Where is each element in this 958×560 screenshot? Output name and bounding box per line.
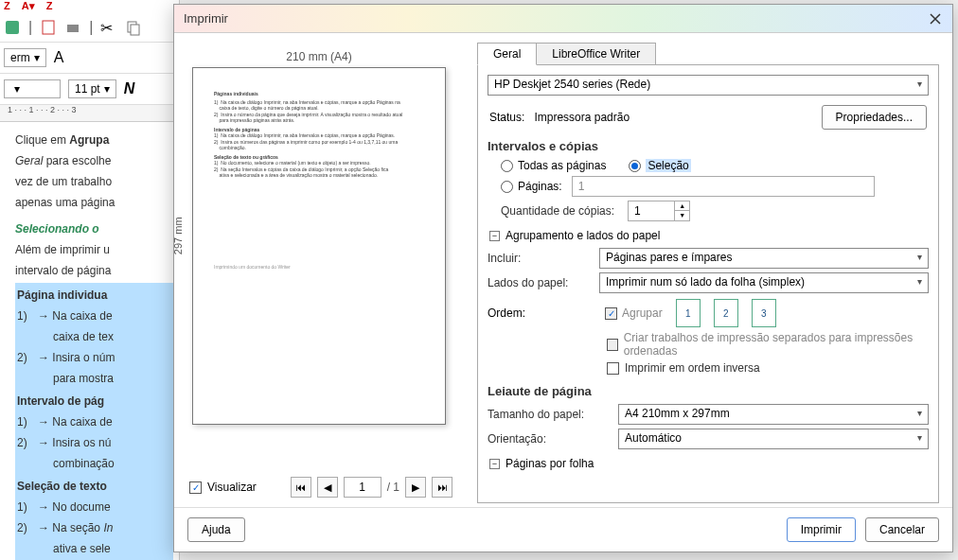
paper-sides-combo[interactable]: Imprimir num só lado da folha (simplex) [599,272,929,293]
paper-size-label: Tamanho do papel: [488,408,611,421]
tab-general[interactable]: Geral [477,43,537,65]
properties-button[interactable]: Propriedades... [822,105,927,130]
font-name-combo[interactable]: ▾ [4,79,61,98]
print-icon[interactable] [64,19,81,36]
radio-icon [501,181,513,193]
sides-label: Lados do papel: [488,276,592,289]
writer-bg-window: ZA▾Z | | ✂ erm▾ A ▾ 11 pt▾ N 1 · · · 1 ·… [0,0,180,560]
toolbar-row-1: | | ✂ [0,13,179,43]
print-dialog: Imprimir 210 mm (A4) 297 mm Páginas indi… [173,4,953,552]
tabs: Geral LibreOffice Writer [477,43,939,65]
preview-width-label: 210 mm (A4) [186,50,452,63]
cancel-button[interactable]: Cancelar [865,517,939,542]
collate-preview-2: 2 [714,299,738,327]
spin-down-icon[interactable]: ▼ [675,211,689,220]
check-icon [189,481,202,494]
svg-rect-0 [6,21,19,34]
document-body: Clique em Agrupa Geral para escolhe vez … [0,122,179,560]
reverse-order-checkbox[interactable]: Imprimir em ordem inversa [607,361,929,375]
order-label: Ordem: [488,306,592,320]
status-value: Impressora padrão [534,111,630,124]
paper-size-combo[interactable]: A4 210mm x 297mm [618,404,929,425]
separate-jobs-checkbox[interactable]: Criar trabalhos de impressão separados p… [607,331,929,358]
prev-page-button[interactable]: ◀ [317,477,338,498]
layout-section-heading: Leiaute de página [488,384,929,398]
check-icon [607,339,618,351]
orientation-combo[interactable]: Automático [618,429,929,449]
tab-writer[interactable]: LibreOffice Writer [536,43,656,65]
include-combo[interactable]: Páginas pares e ímpares [599,248,929,269]
pages-input[interactable] [572,176,875,197]
first-page-button[interactable]: ⏮ [291,477,311,498]
highlight-icon[interactable]: A [54,49,71,66]
tab-panel-general: HP Deskjet 2540 series (Rede) Status: Im… [477,64,939,503]
ruler: 1 · · · 1 · · · 2 · · · 3 [0,105,179,122]
preview-page: Páginas individuais 1) Na caixa de diálo… [192,67,446,425]
settings-pane: Geral LibreOffice Writer HP Deskjet 2540… [464,33,952,507]
printer-combo[interactable]: HP Deskjet 2540 series (Rede) [488,75,929,96]
collapse-icon: − [489,459,500,469]
include-label: Incluir: [488,252,592,265]
next-page-button[interactable]: ▶ [405,477,426,498]
radio-icon [501,160,513,172]
bold-italic-icon[interactable]: N [124,80,135,97]
cut-icon[interactable]: ✂ [100,19,117,36]
page-number-input[interactable] [344,477,381,498]
help-button[interactable]: Ajuda [187,517,245,542]
close-icon[interactable] [928,11,943,26]
dialog-title: Imprimir [184,11,228,26]
toolbar-row-3: ▾ 11 pt▾ N [0,74,179,105]
preview-pane: 210 mm (A4) 297 mm Páginas individuais 1… [174,33,464,507]
preview-controls: Visualizar ⏮ ◀ / 1 ▶ ⏭ [186,467,452,501]
collate-checkbox[interactable]: Agrupar [605,306,663,320]
collate-preview-3: 3 [752,299,776,327]
svg-rect-4 [131,25,139,35]
pages-per-sheet-toggle[interactable]: − Páginas por folha [489,457,929,470]
svg-rect-2 [67,25,79,32]
radio-selection[interactable]: Seleção [629,159,690,172]
toolbar-row-2: erm▾ A [0,43,179,74]
dialog-titlebar: Imprimir [174,5,952,33]
dialog-footer: Ajuda Imprimir Cancelar [174,507,952,551]
font-size-combo[interactable]: 11 pt▾ [68,79,116,98]
orientation-label: Orientação: [488,432,611,446]
ranges-section-heading: Intervalos e cópias [488,139,929,153]
para-style-combo[interactable]: erm▾ [4,48,46,67]
char-color-icons: ZA▾Z [0,0,52,12]
spin-up-icon[interactable]: ▲ [675,201,689,211]
svg-rect-1 [43,21,54,34]
check-icon [607,362,619,375]
export-pdf-icon[interactable] [40,19,57,36]
preview-height-label: 297 mm [174,217,184,254]
collate-preview-1: 1 [676,299,701,327]
check-icon [605,307,617,320]
status-label: Status: [489,111,524,124]
collate-expand-toggle[interactable]: − Agrupamento e lados do papel [489,229,929,242]
last-page-button[interactable]: ⏭ [432,477,452,498]
copies-label: Quantidade de cópias: [501,204,614,218]
radio-icon [629,160,641,172]
copy-icon[interactable] [125,19,142,36]
save-icon[interactable] [4,19,21,36]
copies-spinner[interactable]: ▲▼ [628,201,690,221]
radio-all-pages[interactable]: Todas as páginas [501,159,606,172]
radio-pages[interactable]: Páginas: [501,180,562,193]
visualize-checkbox[interactable]: Visualizar [189,481,257,494]
collapse-icon: − [489,231,500,241]
page-total-label: / 1 [387,481,399,494]
print-button[interactable]: Imprimir [787,517,856,542]
